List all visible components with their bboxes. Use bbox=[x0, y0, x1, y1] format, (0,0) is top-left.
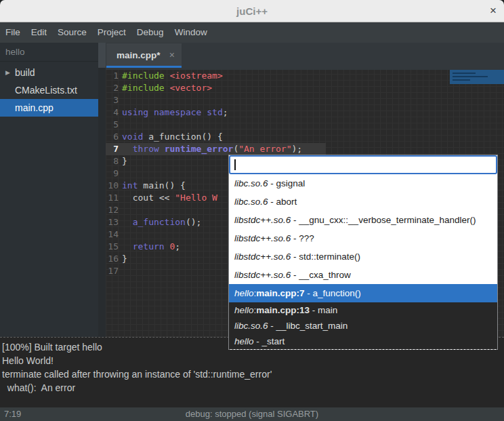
backtrace-item[interactable]: libc.so.6 - gsignal bbox=[229, 174, 497, 193]
backtrace-item[interactable]: hello:main.cpp:7 - a_function() bbox=[229, 284, 497, 302]
line-number: 16 bbox=[106, 253, 119, 265]
line-number: 13 bbox=[106, 216, 119, 228]
line-number: 6 bbox=[106, 131, 119, 143]
backtrace-item[interactable]: libstdc++.so.6 - ??? bbox=[229, 229, 497, 247]
juci-window: juCi++ × FileEditSourceProjectDebugWindo… bbox=[0, 0, 504, 421]
tree-item-label: CMakeLists.txt bbox=[15, 85, 77, 96]
editor-line[interactable]: 7 throw runtime_error("An error"); bbox=[106, 143, 504, 155]
backtrace-item[interactable]: libstdc++.so.6 - __cxa_throw bbox=[229, 266, 497, 284]
code-text: } bbox=[122, 155, 127, 167]
titlebar[interactable]: juCi++ × bbox=[0, 0, 504, 22]
line-number: 15 bbox=[106, 241, 119, 253]
tree-item-label: main.cpp bbox=[15, 102, 54, 113]
menu-item-source[interactable]: Source bbox=[58, 22, 87, 43]
line-number: 5 bbox=[106, 119, 119, 131]
backtrace-item[interactable]: hello - _start bbox=[229, 334, 497, 349]
line-number: 10 bbox=[106, 180, 119, 192]
code-text: #include <vector> bbox=[122, 82, 212, 94]
code-text: void a_function() { bbox=[122, 131, 223, 143]
backtrace-item[interactable]: libstdc++.so.6 - std::terminate() bbox=[229, 247, 497, 266]
sidebar-item-cmakelists-txt[interactable]: CMakeLists.txt bbox=[0, 81, 98, 99]
text-caret bbox=[234, 159, 236, 170]
tab-label: main.cpp* bbox=[117, 43, 161, 68]
backtrace-search-input[interactable] bbox=[229, 155, 497, 174]
backtrace-item[interactable]: libc.so.6 - abort bbox=[229, 193, 497, 211]
file-tree-sidebar[interactable]: hello ▶buildCMakeLists.txtmain.cpp bbox=[0, 43, 98, 337]
sidebar-scrollbar[interactable] bbox=[98, 43, 106, 337]
backtrace-popup: libc.so.6 - gsignallibc.so.6 - abortlibs… bbox=[228, 155, 498, 350]
backtrace-search-wrap bbox=[229, 155, 497, 174]
line-number: 11 bbox=[106, 192, 119, 204]
line-number: 1 bbox=[106, 70, 119, 82]
output-line: Hello World! bbox=[2, 354, 504, 367]
editor-line[interactable]: 6void a_function() { bbox=[106, 131, 504, 143]
code-text: throw runtime_error("An error"); bbox=[122, 143, 302, 155]
menu-item-edit[interactable]: Edit bbox=[31, 22, 47, 43]
code-text: } bbox=[122, 253, 127, 265]
output-line: what(): An error bbox=[2, 381, 504, 395]
code-text: #include <iostream> bbox=[122, 70, 223, 82]
debug-status: debug: stopped (signal SIGABRT) bbox=[0, 407, 504, 421]
backtrace-item[interactable]: libc.so.6 - __libc_start_main bbox=[229, 318, 497, 334]
line-number: 2 bbox=[106, 82, 119, 94]
menu-item-debug[interactable]: Debug bbox=[137, 22, 164, 43]
tree-item-label: build bbox=[15, 67, 35, 78]
expand-arrow-icon[interactable]: ▶ bbox=[5, 64, 10, 81]
tab-main-cpp[interactable]: main.cpp* × bbox=[106, 43, 182, 68]
tabbar: main.cpp* × bbox=[106, 43, 504, 70]
editor-line[interactable]: 1#include <iostream> bbox=[106, 70, 504, 82]
code-text: return 0; bbox=[122, 241, 180, 253]
backtrace-item[interactable]: hello:main.cpp:13 - main bbox=[229, 302, 497, 318]
sidebar-scrollbar-thumb[interactable] bbox=[98, 43, 106, 68]
line-number: 4 bbox=[106, 106, 119, 119]
menu-item-project[interactable]: Project bbox=[98, 22, 126, 43]
code-text: using namespace std; bbox=[122, 106, 228, 119]
line-number: 8 bbox=[106, 155, 119, 167]
window-close-icon[interactable]: × bbox=[490, 0, 497, 22]
statusbar: 7:19 debug: stopped (signal SIGABRT) bbox=[0, 407, 504, 421]
line-number: 12 bbox=[106, 204, 119, 216]
sidebar-item-build[interactable]: ▶build bbox=[0, 64, 98, 81]
line-number: 9 bbox=[106, 167, 119, 180]
line-number: 14 bbox=[106, 228, 119, 241]
editor-line[interactable]: 2#include <vector> bbox=[106, 82, 504, 94]
output-line: terminate called after throwing an insta… bbox=[2, 367, 504, 381]
menubar: FileEditSourceProjectDebugWindow bbox=[0, 22, 504, 43]
window-title: juCi++ bbox=[0, 0, 504, 22]
line-number: 3 bbox=[106, 94, 119, 106]
line-number: 7 bbox=[106, 143, 119, 155]
sidebar-item-main-cpp[interactable]: main.cpp bbox=[0, 99, 98, 117]
project-name-header: hello bbox=[0, 43, 98, 62]
editor-line[interactable]: 3 bbox=[106, 94, 504, 106]
editor-line[interactable]: 5 bbox=[106, 119, 504, 131]
line-number: 17 bbox=[106, 265, 119, 277]
code-text: cout << "Hello W bbox=[122, 192, 217, 204]
menu-item-file[interactable]: File bbox=[5, 22, 20, 43]
menu-item-window[interactable]: Window bbox=[175, 22, 207, 43]
editor-line[interactable]: 4using namespace std; bbox=[106, 106, 504, 119]
code-text: int main() { bbox=[122, 180, 186, 192]
backtrace-item[interactable]: libstdc++.so.6 - __gnu_cxx::__verbose_te… bbox=[229, 211, 497, 229]
tab-close-icon[interactable]: × bbox=[169, 43, 175, 68]
code-text: a_function(); bbox=[122, 216, 201, 228]
